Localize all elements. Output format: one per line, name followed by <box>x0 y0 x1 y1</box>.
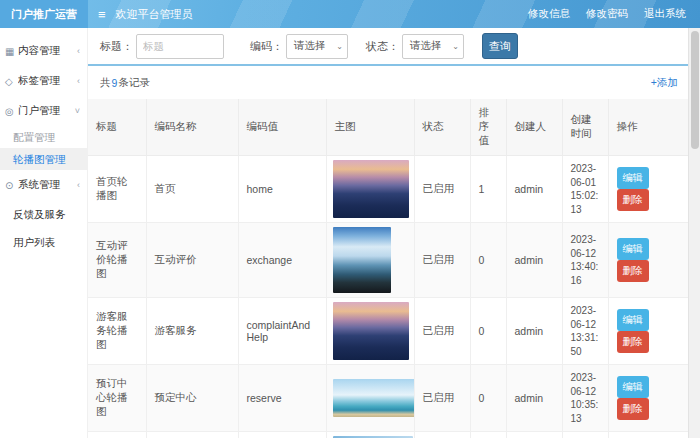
query-button[interactable]: 查询 <box>482 33 518 59</box>
portal-submenu: 配置管理 轮播图管理 <box>0 126 87 170</box>
hamburger-icon[interactable]: ≡ <box>98 7 106 22</box>
cell-main-image <box>326 365 414 432</box>
cell-created: 2023-06-12 <box>562 432 608 438</box>
record-count: 9 <box>111 77 119 89</box>
sidebar-item-feedback-service[interactable]: 反馈及服务 <box>0 200 87 228</box>
table-body: 首页轮播图 首页 home 已启用 1 admin 2023-06-01 15:… <box>88 156 688 438</box>
col-actions: 操作 <box>608 99 688 156</box>
cell-main-image <box>326 223 414 298</box>
cell-status: 已启用 <box>414 223 470 298</box>
topbar: 门户推广运营 ≡ 欢迎平台管理员 修改信息 修改密码 退出系统 <box>0 0 700 28</box>
cell-main-image <box>326 432 414 438</box>
cell-created: 2023-06-01 15:02:13 <box>562 156 608 223</box>
cell-creator: admin <box>506 156 562 223</box>
table-row: 旅游指南轮播图 目的地名片 traffic 已启用 0 admin 2023-0… <box>88 432 688 438</box>
sidebar-item-carousel-mgmt[interactable]: 轮播图管理 <box>0 148 87 170</box>
col-title: 标题 <box>88 99 146 156</box>
tag-icon: ◇ <box>5 76 18 87</box>
edit-button[interactable]: 编辑 <box>617 238 649 260</box>
record-count-prefix: 共 <box>100 76 111 90</box>
cell-actions: 编辑删除 <box>608 156 688 223</box>
sidebar-item-tag-mgmt[interactable]: ◇ 标签管理 ‹ <box>0 66 87 96</box>
col-created: 创建时间 <box>562 99 608 156</box>
brand-title: 门户推广运营 <box>0 0 88 28</box>
change-password-link[interactable]: 修改密码 <box>586 7 628 21</box>
add-button[interactable]: +添加 <box>651 76 678 90</box>
cell-title: 游客服务轮播图 <box>88 298 146 365</box>
cell-sort: 0 <box>470 432 506 438</box>
status-filter-select[interactable]: 请选择 ⌄ <box>402 34 464 59</box>
edit-button[interactable]: 编辑 <box>617 167 649 189</box>
table-row: 首页轮播图 首页 home 已启用 1 admin 2023-06-01 15:… <box>88 156 688 223</box>
portal-icon: ◎ <box>5 106 18 117</box>
edit-button[interactable]: 编辑 <box>617 376 649 398</box>
delete-button[interactable]: 删除 <box>617 260 649 282</box>
carousel-thumbnail <box>333 379 415 417</box>
content-grid-icon: ▦ <box>5 46 18 57</box>
sidebar-item-label: 内容管理 <box>18 44 77 58</box>
welcome-text: 欢迎平台管理员 <box>116 7 193 22</box>
chevron-left-icon: ‹ <box>77 180 80 190</box>
col-status: 状态 <box>414 99 470 156</box>
code-select-value: 请选择 <box>294 39 336 53</box>
cell-title: 预订中心轮播图 <box>88 365 146 432</box>
cell-created: 2023-06-12 10:35:13 <box>562 365 608 432</box>
chevron-left-icon: ‹ <box>77 76 80 86</box>
sidebar-item-system-mgmt[interactable]: ⊙ 系统管理 ‹ <box>0 170 87 200</box>
table-row: 游客服务轮播图 游客服务 complaintAndHelp 已启用 0 admi… <box>88 298 688 365</box>
cell-code-value: home <box>238 156 326 223</box>
logout-link[interactable]: 退出系统 <box>644 7 686 21</box>
scrollbar-thumb[interactable] <box>691 31 699 149</box>
cell-sort: 0 <box>470 298 506 365</box>
cell-creator: admin <box>506 432 562 438</box>
title-filter-input[interactable] <box>136 34 224 59</box>
record-count-suffix: 条记录 <box>118 76 150 90</box>
cell-code-value: complaintAndHelp <box>238 298 326 365</box>
edit-button[interactable]: 编辑 <box>617 309 649 331</box>
delete-button[interactable]: 删除 <box>617 398 649 420</box>
code-filter-select[interactable]: 请选择 ⌄ <box>286 34 348 59</box>
col-sort: 排序值 <box>470 99 506 156</box>
cell-code-name: 目的地名片 <box>146 432 238 438</box>
sidebar-item-config-mgmt[interactable]: 配置管理 <box>0 126 87 148</box>
cell-sort: 1 <box>470 156 506 223</box>
system-icon: ⊙ <box>5 180 18 191</box>
cell-actions: 编辑删除 <box>608 298 688 365</box>
cell-code-name: 互动评价 <box>146 223 238 298</box>
cell-status: 已启用 <box>414 156 470 223</box>
admin-window: 门户推广运营 ≡ 欢迎平台管理员 修改信息 修改密码 退出系统 ▦ 内容管理 ‹… <box>0 0 700 438</box>
title-filter-label: 标题： <box>100 39 133 54</box>
cell-title: 互动评价轮播图 <box>88 223 146 298</box>
edit-info-link[interactable]: 修改信息 <box>528 7 570 21</box>
cell-sort: 0 <box>470 223 506 298</box>
cell-actions: 编辑删除 <box>608 223 688 298</box>
cell-title: 旅游指南轮播图 <box>88 432 146 438</box>
cell-actions: 编辑删除 <box>608 432 688 438</box>
sidebar-item-label: 系统管理 <box>18 178 77 192</box>
chevron-down-icon: ⌄ <box>452 42 459 51</box>
scrollbar-track[interactable] <box>688 28 700 438</box>
cell-created: 2023-06-12 13:40:16 <box>562 223 608 298</box>
sidebar-item-portal-mgmt[interactable]: ◎ 门户管理 ˅ <box>0 96 87 126</box>
sidebar-item-label: 标签管理 <box>18 74 77 88</box>
delete-button[interactable]: 删除 <box>617 189 649 211</box>
col-code-name: 编码名称 <box>146 99 238 156</box>
cell-code-name: 预定中心 <box>146 365 238 432</box>
cell-sort: 0 <box>470 365 506 432</box>
delete-button[interactable]: 删除 <box>617 331 649 353</box>
status-filter-label: 状态： <box>366 39 399 54</box>
cell-code-name: 游客服务 <box>146 298 238 365</box>
cell-code-value: reserve <box>238 365 326 432</box>
col-creator: 创建人 <box>506 99 562 156</box>
carousel-thumbnail <box>333 160 409 218</box>
sidebar: ▦ 内容管理 ‹ ◇ 标签管理 ‹ ◎ 门户管理 ˅ 配置管理 轮播图管理 ⊙ … <box>0 28 88 438</box>
table-row: 互动评价轮播图 互动评价 exchange 已启用 0 admin 2023-0… <box>88 223 688 298</box>
content-shell: ▦ 内容管理 ‹ ◇ 标签管理 ‹ ◎ 门户管理 ˅ 配置管理 轮播图管理 ⊙ … <box>0 28 700 438</box>
sidebar-item-label: 门户管理 <box>18 104 75 118</box>
cell-status: 已启用 <box>414 432 470 438</box>
status-select-value: 请选择 <box>410 39 452 53</box>
topbar-links: 修改信息 修改密码 退出系统 <box>528 7 686 21</box>
sidebar-item-user-list[interactable]: 用户列表 <box>0 228 87 256</box>
sidebar-item-content-mgmt[interactable]: ▦ 内容管理 ‹ <box>0 36 87 66</box>
cell-creator: admin <box>506 223 562 298</box>
